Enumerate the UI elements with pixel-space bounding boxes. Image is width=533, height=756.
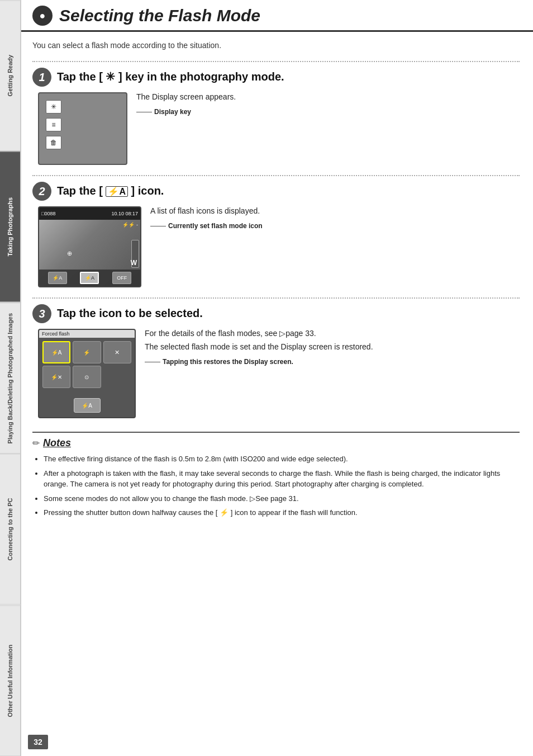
step1-icon-row: ✳ ≡ 🗑	[44, 98, 122, 152]
camera-screen-step1: ✳ ≡ 🗑	[38, 92, 127, 165]
step2-count: □0088	[41, 211, 55, 216]
step2-flash-auto: ⚡A	[48, 272, 67, 284]
sidebar-tab-other-useful[interactable]: Other Useful Information	[0, 605, 21, 756]
step-2-section: 2 Tap the [ ⚡A ] icon. □0088 10.10 08:17	[32, 175, 520, 287]
page-title: Selecting the Flash Mode	[59, 6, 260, 25]
sidebar-tab-taking-photographs[interactable]: Taking Photographs	[0, 151, 21, 302]
content-area: You can select a flash mode according to…	[21, 32, 533, 533]
step2-focus-icon: ⊕	[67, 249, 72, 257]
camera-screen-step2: □0088 10.10 08:17 ⚡⚡ -	[38, 206, 141, 287]
notes-item-1: The effective firing distance of the fla…	[44, 453, 520, 465]
step3-cell-3: ✕	[103, 341, 131, 363]
sidebar-tab-connecting-pc[interactable]: Connecting to the PC	[0, 453, 21, 604]
step-2-description: A list of flash icons is displayed.	[150, 206, 263, 215]
notes-pencil-icon: ✏	[32, 438, 40, 448]
step2-icon-misc: -	[136, 222, 138, 228]
step-1-callout-label: Display key	[154, 108, 191, 116]
step3-grid: ⚡A ⚡ ✕ ⚡✕ ⊙	[39, 338, 135, 391]
step-1-number: 1	[32, 68, 51, 87]
step2-flash-off: OFF	[112, 272, 131, 284]
header-icon: ●	[32, 6, 53, 26]
notes-section: ✏ Notes The effective firing distance of…	[32, 432, 520, 518]
step1-cam-icon-3: 🗑	[46, 136, 61, 149]
notes-item-2: After a photograph is taken with the fla…	[44, 468, 520, 490]
step-3-title: Tap the icon to be selected.	[57, 304, 203, 320]
step-2-body: □0088 10.10 08:17 ⚡⚡ -	[32, 206, 520, 287]
step-3-header: 3 Tap the icon to be selected.	[32, 304, 520, 323]
sidebar-tab-getting-ready[interactable]: Getting Ready	[0, 0, 21, 151]
step3-cell-1: ⚡A	[42, 341, 70, 363]
step-3-section: 3 Tap the icon to be selected. Forced fl…	[32, 297, 520, 418]
step-1-section: 1 Tap the [ ✳ ] key in the photography m…	[32, 61, 520, 165]
step-1-header: 1 Tap the [ ✳ ] key in the photography m…	[32, 68, 520, 87]
step-2-callout-label: Currently set flash mode icon	[168, 222, 263, 230]
step-1-callout: Display key	[136, 108, 236, 116]
step-3-desc: For the details of the flash modes, see …	[145, 329, 373, 418]
step-3-image: Forced flash ⚡A ⚡ ✕ ⚡✕ ⊙ ⚡A	[38, 329, 136, 418]
step-1-desc: The Display screen appears. Display key	[136, 92, 236, 165]
notes-list: The effective firing distance of the fla…	[32, 453, 520, 518]
step-3-number: 3	[32, 304, 51, 323]
notes-header: ✏ Notes	[32, 437, 520, 449]
step-3-callout-label: Tapping this restores the Display screen…	[163, 358, 293, 366]
intro-text: You can select a flash mode according to…	[32, 41, 520, 50]
step1-cam-icon-1: ✳	[46, 100, 61, 114]
step-3-desc1: For the details of the flash modes, see …	[145, 329, 373, 338]
step-2-callout-dash	[150, 226, 166, 226]
page-header: ● Selecting the Flash Mode	[21, 0, 533, 32]
step-3-desc2: The selected flash mode is set and the D…	[145, 342, 373, 351]
notes-item-4: Pressing the shutter button down halfway…	[44, 507, 520, 518]
step3-label: Forced flash	[39, 330, 135, 338]
page-number: 32	[28, 735, 48, 749]
step-2-divider	[32, 175, 520, 176]
step-2-callout: Currently set flash mode icon	[150, 222, 263, 230]
step2-portrait: ⚡⚡ - ⊕ T W ⚡A	[39, 220, 140, 286]
step-2-desc: A list of flash icons is displayed. Curr…	[150, 206, 263, 287]
step3-cell-5: ⊙	[73, 366, 101, 388]
sidebar-tab-playing-back[interactable]: Playing Back/Deleting Photographed Image…	[0, 303, 21, 453]
step-1-title: Tap the [ ✳ ] key in the photography mod…	[57, 68, 284, 83]
main-content: ● Selecting the Flash Mode You can selec…	[21, 0, 533, 533]
step3-cell-2: ⚡	[73, 341, 101, 363]
camera-screen-step3: Forced flash ⚡A ⚡ ✕ ⚡✕ ⊙ ⚡A	[38, 329, 136, 418]
sidebar: Getting Ready Taking Photographs Playing…	[0, 0, 21, 756]
step-2-header: 2 Tap the [ ⚡A ] icon.	[32, 182, 520, 201]
step2-top-bar: □0088 10.10 08:17	[39, 207, 140, 220]
notes-title: Notes	[43, 437, 71, 449]
step1-cam-icon-2: ≡	[46, 118, 61, 131]
step2-datetime: 10.10 08:17	[111, 211, 138, 216]
step-1-callout-dash	[136, 112, 152, 112]
step2-icon-flash: ⚡⚡	[122, 222, 135, 228]
step-1-divider	[32, 61, 520, 62]
step3-restore-icon: ⚡A	[74, 398, 101, 413]
step-3-body: Forced flash ⚡A ⚡ ✕ ⚡✕ ⊙ ⚡A	[32, 329, 520, 418]
step-2-number: 2	[32, 182, 51, 201]
step-3-divider	[32, 297, 520, 299]
step2-w-label: W	[131, 259, 137, 267]
step2-flash-force: ⚡A	[80, 272, 99, 284]
step-1-body: ✳ ≡ 🗑 The Display screen appears. Displa…	[32, 92, 520, 165]
step-2-title: Tap the [ ⚡A ] icon.	[57, 182, 164, 197]
notes-item-3: Some scene modes do not allow you to cha…	[44, 493, 520, 504]
step-1-image: ✳ ≡ 🗑	[38, 92, 127, 165]
step-3-callout-dash	[145, 362, 160, 362]
step2-top-icons: ⚡⚡ -	[122, 222, 138, 228]
step-2-image: □0088 10.10 08:17 ⚡⚡ -	[38, 206, 141, 287]
step3-cell-4: ⚡✕	[42, 366, 70, 388]
step2-bottom-bar: ⚡A ⚡A OFF	[39, 270, 140, 286]
step-1-description: The Display screen appears.	[136, 92, 236, 101]
step-3-callout: Tapping this restores the Display screen…	[145, 358, 373, 366]
